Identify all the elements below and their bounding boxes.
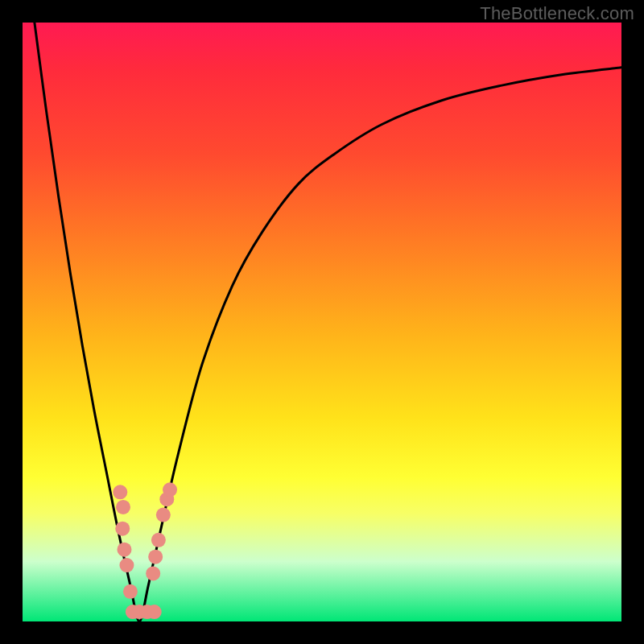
watermark-text: TheBottleneck.com [480,3,634,24]
data-point [117,543,131,557]
data-point [147,605,162,619]
data-point [123,584,138,599]
data-point [146,566,160,580]
chart-frame: TheBottleneck.com [0,0,644,644]
data-point [163,482,177,497]
data-point [113,485,127,499]
data-point [151,533,166,547]
data-point [156,508,171,522]
data-point [116,500,130,514]
plot-area [23,23,621,621]
data-point [115,522,130,536]
chart-svg [23,23,621,621]
data-point [119,558,134,572]
data-point [148,550,163,564]
